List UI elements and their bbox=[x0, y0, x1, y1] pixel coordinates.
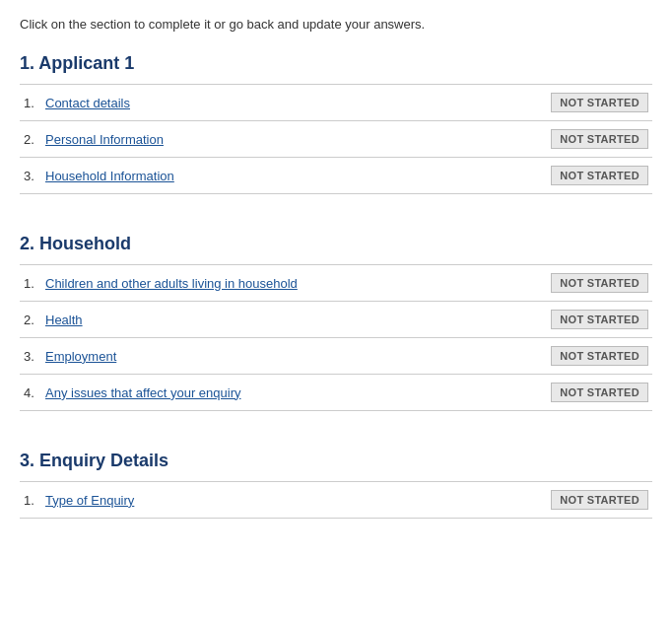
section-title-applicant1: 1. Applicant 1 bbox=[20, 53, 652, 74]
status-badge: NOT STARTED bbox=[551, 93, 648, 112]
list-item: 4.Any issues that affect your enquiryNOT… bbox=[20, 375, 652, 411]
status-badge: NOT STARTED bbox=[551, 166, 648, 185]
item-number: 3. bbox=[24, 349, 39, 364]
item-number: 4. bbox=[24, 385, 39, 400]
status-badge: NOT STARTED bbox=[551, 310, 648, 329]
section-link-applicant1-2[interactable]: Household Information bbox=[45, 169, 174, 183]
section-enquiry-details: 3. Enquiry Details1.Type of EnquiryNOT S… bbox=[20, 451, 652, 519]
status-badge: NOT STARTED bbox=[551, 490, 648, 510]
section-title-enquiry-details: 3. Enquiry Details bbox=[20, 451, 652, 471]
status-badge: NOT STARTED bbox=[551, 129, 648, 149]
item-number: 1. bbox=[24, 96, 39, 110]
item-number: 3. bbox=[24, 169, 39, 183]
section-link-applicant1-0[interactable]: Contact details bbox=[45, 96, 130, 110]
status-badge: NOT STARTED bbox=[551, 273, 648, 293]
section-link-household-3[interactable]: Any issues that affect your enquiry bbox=[45, 385, 240, 400]
list-item: 3.Household InformationNOT STARTED bbox=[20, 158, 652, 194]
section-link-enquiry-details-0[interactable]: Type of Enquiry bbox=[45, 493, 134, 508]
item-number: 2. bbox=[24, 132, 39, 147]
item-number: 1. bbox=[24, 276, 39, 291]
section-list-applicant1: 1.Contact detailsNOT STARTED2.Personal I… bbox=[20, 84, 652, 194]
list-item: 1.Children and other adults living in ho… bbox=[20, 265, 652, 302]
section-link-household-0[interactable]: Children and other adults living in hous… bbox=[45, 276, 298, 291]
status-badge: NOT STARTED bbox=[551, 383, 648, 402]
section-title-household: 2. Household bbox=[20, 234, 652, 254]
list-item: 1.Type of EnquiryNOT STARTED bbox=[20, 482, 652, 519]
section-list-household: 1.Children and other adults living in ho… bbox=[20, 264, 652, 411]
section-applicant1: 1. Applicant 11.Contact detailsNOT START… bbox=[20, 53, 652, 194]
item-number: 1. bbox=[24, 493, 39, 508]
section-link-household-2[interactable]: Employment bbox=[45, 349, 116, 364]
intro-text: Click on the section to complete it or g… bbox=[20, 16, 652, 34]
section-household: 2. Household1.Children and other adults … bbox=[20, 234, 652, 411]
list-item: 3.EmploymentNOT STARTED bbox=[20, 338, 652, 375]
section-link-applicant1-1[interactable]: Personal Information bbox=[45, 132, 164, 147]
list-item: 2.Personal InformationNOT STARTED bbox=[20, 121, 652, 158]
status-badge: NOT STARTED bbox=[551, 346, 648, 366]
item-number: 2. bbox=[24, 313, 39, 327]
list-item: 2.HealthNOT STARTED bbox=[20, 302, 652, 338]
section-list-enquiry-details: 1.Type of EnquiryNOT STARTED bbox=[20, 481, 652, 519]
section-link-household-1[interactable]: Health bbox=[45, 313, 83, 327]
list-item: 1.Contact detailsNOT STARTED bbox=[20, 85, 652, 121]
